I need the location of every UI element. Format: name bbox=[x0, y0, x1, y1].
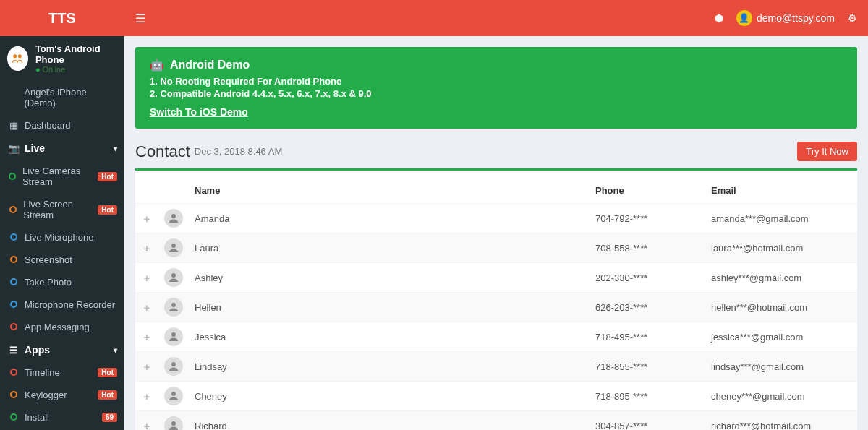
table-row: +Laura708-558-****laura***@hotmail.com bbox=[135, 233, 857, 263]
page-subtitle: Dec 3, 2018 8:46 AM bbox=[195, 146, 282, 157]
contact-phone: 304-857-**** bbox=[590, 411, 705, 431]
sidebar-live-3[interactable]: Screenshot bbox=[0, 249, 124, 271]
contact-avatar bbox=[164, 357, 183, 376]
circle-icon bbox=[7, 205, 19, 215]
contact-name: Hellen bbox=[189, 293, 590, 322]
table-row: +Amanda704-792-****amanda***@gmail.com bbox=[135, 204, 857, 233]
sidebar-item-label: Take Photo bbox=[25, 277, 72, 288]
contact-phone: 718-495-**** bbox=[590, 322, 705, 352]
sidebar-live-2[interactable]: Live Microphone bbox=[0, 226, 124, 249]
table-row: +Cheney718-895-****cheney***@gmail.com bbox=[135, 382, 857, 411]
expand-icon[interactable]: + bbox=[135, 352, 158, 382]
contact-name: Lindsay bbox=[189, 352, 590, 382]
circle-icon bbox=[7, 232, 20, 243]
contact-name: Jessica bbox=[189, 322, 590, 352]
contact-name: Ashley bbox=[189, 263, 590, 293]
topbar-email: demo@ttspy.com bbox=[757, 12, 835, 24]
topbar-avatar: 👤 bbox=[736, 10, 752, 26]
sidebar-item-label: Live Cameras Stream bbox=[22, 165, 98, 187]
expand-icon[interactable]: + bbox=[135, 293, 158, 322]
expand-icon[interactable]: + bbox=[135, 322, 158, 352]
sidebar-live-0[interactable]: Live Cameras StreamHot bbox=[0, 160, 124, 193]
circle-icon bbox=[7, 322, 20, 332]
contact-phone: 704-792-**** bbox=[590, 204, 705, 233]
sidebar-live-1[interactable]: Live Screen StreamHot bbox=[0, 193, 124, 226]
badge: Hot bbox=[98, 172, 117, 181]
contacts-table: Name Phone Email +Amanda704-792-****aman… bbox=[135, 178, 857, 430]
sidebar-device-iphone[interactable]: Angel's iPhone (Demo) bbox=[0, 81, 124, 114]
device-status: ●Online bbox=[35, 65, 117, 74]
page-title: Contact bbox=[135, 142, 190, 161]
contact-email: hellen***@hotmail.com bbox=[705, 293, 857, 322]
sidebar-item-label: Timeline bbox=[25, 367, 60, 378]
sidebar-live-6[interactable]: App Messaging bbox=[0, 316, 124, 338]
contact-phone: 708-558-**** bbox=[590, 233, 705, 263]
expand-icon[interactable]: + bbox=[135, 382, 158, 411]
svg-point-3 bbox=[171, 244, 176, 248]
dashboard-icon: ▦ bbox=[7, 120, 20, 131]
circle-icon bbox=[7, 171, 18, 182]
contact-email: richard***@hotmail.com bbox=[705, 411, 857, 431]
contact-avatar bbox=[164, 209, 183, 228]
settings-icon[interactable]: ⚙ bbox=[848, 12, 857, 24]
contact-phone: 202-330-**** bbox=[590, 263, 705, 293]
callout-title: Android Demo bbox=[170, 59, 250, 72]
android-icon: 🤖 bbox=[150, 58, 164, 72]
expand-icon[interactable]: + bbox=[135, 233, 158, 263]
contact-email: lindsay***@gmail.com bbox=[705, 352, 857, 382]
contact-phone: 718-895-**** bbox=[590, 382, 705, 411]
svg-point-6 bbox=[171, 332, 176, 337]
svg-point-1 bbox=[18, 54, 22, 58]
circle-icon bbox=[7, 367, 20, 378]
demo-callout: 🤖Android Demo 1. No Rooting Required For… bbox=[135, 47, 857, 129]
contact-phone: 718-855-**** bbox=[590, 352, 705, 382]
sidebar-dashboard[interactable]: ▦Dashboard bbox=[0, 114, 124, 137]
chevron-down-icon: ▾ bbox=[114, 145, 117, 152]
circle-icon bbox=[7, 412, 20, 423]
expand-icon[interactable]: + bbox=[135, 263, 158, 293]
sidebar-apps-0[interactable]: TimelineHot bbox=[0, 361, 124, 384]
online-dot-icon: ● bbox=[35, 65, 41, 74]
svg-point-7 bbox=[171, 362, 176, 366]
device-name: Tom's Android Phone bbox=[35, 43, 117, 65]
contact-email: amanda***@gmail.com bbox=[705, 204, 857, 233]
sidebar-item-label: Keylogger bbox=[25, 390, 67, 400]
sidebar-item-label: Dashboard bbox=[25, 120, 71, 131]
contact-email: cheney***@gmail.com bbox=[705, 382, 857, 411]
callout-line-2: 2. Compatible Android 4.4.x, 5.x, 6.x, 7… bbox=[150, 88, 843, 99]
try-it-now-button[interactable]: Try It Now bbox=[797, 142, 857, 161]
page-header: Contact Dec 3, 2018 8:46 AM Try It Now bbox=[135, 142, 857, 161]
sidebar-section-apps[interactable]: ☰Apps▾ bbox=[0, 338, 124, 361]
expand-icon[interactable]: + bbox=[135, 411, 158, 431]
sidebar-item-label: Angel's iPhone (Demo) bbox=[24, 87, 117, 108]
sidebar-section-live[interactable]: 📷Live▾ bbox=[0, 137, 124, 160]
sidebar-live-4[interactable]: Take Photo bbox=[0, 271, 124, 293]
th-phone: Phone bbox=[590, 178, 705, 204]
contact-avatar bbox=[164, 416, 183, 430]
android-icon[interactable]: ⬢ bbox=[715, 12, 723, 24]
sidebar-item-label: App Messaging bbox=[25, 322, 90, 332]
brand-logo[interactable]: TTS bbox=[0, 0, 124, 36]
switch-demo-link[interactable]: Switch To iOS Demo bbox=[150, 106, 248, 118]
badge: Hot bbox=[98, 205, 117, 215]
menu-toggle-icon[interactable]: ☰ bbox=[135, 12, 145, 25]
contact-phone: 626-203-**** bbox=[590, 293, 705, 322]
user-menu[interactable]: 👤 demo@ttspy.com bbox=[736, 10, 835, 26]
sidebar-apps-2[interactable]: Install59 bbox=[0, 406, 124, 429]
contact-avatar bbox=[164, 327, 183, 346]
expand-icon[interactable]: + bbox=[135, 204, 158, 233]
svg-point-0 bbox=[14, 54, 17, 58]
svg-point-5 bbox=[171, 303, 176, 307]
user-avatar bbox=[7, 46, 28, 71]
chevron-down-icon: ▾ bbox=[114, 346, 117, 354]
contact-name: Cheney bbox=[189, 382, 590, 411]
sidebar-live-5[interactable]: Microphone Recorder bbox=[0, 293, 124, 316]
topbar: ☰ ⬢ 👤 demo@ttspy.com ⚙ bbox=[124, 0, 868, 36]
callout-line-1: 1. No Rooting Required For Android Phone bbox=[150, 76, 843, 87]
th-name: Name bbox=[189, 178, 590, 204]
table-row: +Richard304-857-****richard***@hotmail.c… bbox=[135, 411, 857, 431]
sidebar-apps-1[interactable]: KeyloggerHot bbox=[0, 384, 124, 406]
svg-point-8 bbox=[171, 392, 176, 396]
badge: 59 bbox=[102, 413, 117, 422]
user-panel: Tom's Android Phone ●Online bbox=[0, 36, 124, 81]
